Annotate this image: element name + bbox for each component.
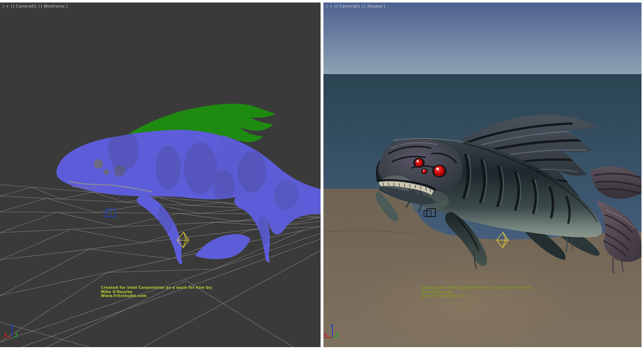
viewport-wireframe[interactable]: X Z Y [ + ][ Camera01 ][ Wireframe ] Cre… [0, 3, 321, 347]
axis-x-label: X [324, 332, 327, 337]
viewport-menu-camera[interactable]: [ Camera01 ] [13, 4, 40, 8]
viewport-menu-shading[interactable]: [ Wireframe ] [41, 4, 68, 8]
viewport-label-wireframe: [ + ][ Camera01 ][ Wireframe ] [3, 4, 69, 8]
axis-y-label: Y [335, 332, 338, 337]
red-eye [422, 169, 426, 174]
viewport-menu-camera[interactable]: [ Camera01 ] [337, 4, 363, 8]
viewport-menu-general[interactable]: [ + ] [326, 4, 336, 8]
watermark-line: Created for Intel Corporation as a work … [421, 286, 533, 290]
viewport-menu-shading[interactable]: [ Shaded ] [364, 4, 385, 8]
axis-z-label: Z [331, 324, 333, 328]
red-eye [415, 159, 423, 167]
viewport-label-shaded: [ + ][ Camera01 ][ Shaded ] [326, 4, 386, 8]
viewport-canvas: X Z Y [ + ][ Camera01 ][ Wireframe ] Cre… [0, 0, 644, 350]
axis-z-label: Z [10, 324, 13, 328]
watermark-line: Www.fritzstudio.com [101, 294, 213, 298]
viewport-shaded[interactable]: X Z Y [ + ][ Camera01 ][ Shaded ] Create… [323, 3, 641, 347]
red-eye [434, 166, 445, 176]
viewport-menu-general[interactable]: [ + ] [3, 4, 12, 8]
scene-watermark: Created for Intel Corporation as a work … [421, 286, 533, 298]
viewport-splitter[interactable] [321, 3, 323, 347]
watermark-line: Created for Intel Corporation as a work … [101, 286, 213, 290]
sky [323, 3, 641, 74]
axis-x-label: X [4, 332, 7, 337]
scene-watermark: Created for Intel Corporation as a work … [101, 286, 213, 298]
axis-y-label: Y [15, 332, 18, 337]
watermark-line: www.fritzstudio.com [421, 294, 533, 298]
